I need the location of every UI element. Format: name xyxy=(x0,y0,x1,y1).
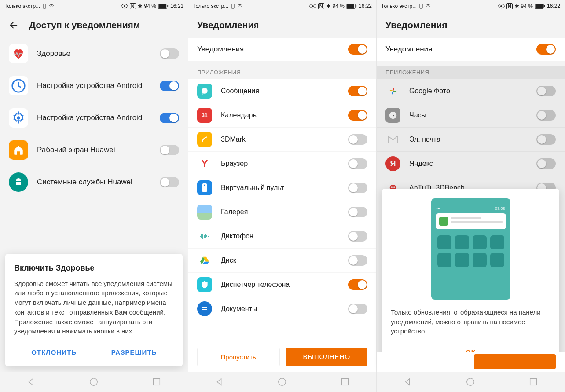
master-toggle-row[interactable]: Уведомления xyxy=(377,38,565,61)
carrier-label: Только экстр... xyxy=(193,3,228,9)
list-item[interactable]: Диск xyxy=(188,249,376,273)
list-item[interactable]: Настройка устройства Android xyxy=(0,70,188,102)
clock-label: 16:21 xyxy=(170,3,183,9)
nfc-icon: N xyxy=(318,3,324,9)
svg-rect-5 xyxy=(167,5,168,7)
list-item-label: Здоровье xyxy=(37,49,151,59)
list-item[interactable]: Документы xyxy=(188,297,376,321)
toggle[interactable] xyxy=(160,145,179,155)
status-bar: Только экстр... N ✱ 94 % 16:21 xyxy=(0,0,188,12)
dialog-title: Включить Здоровье xyxy=(14,264,174,273)
nav-recent-icon[interactable] xyxy=(152,377,161,387)
list-item-label: Настройка устройства Android xyxy=(37,113,151,123)
wifi-icon xyxy=(237,4,242,9)
sim-icon xyxy=(230,4,235,9)
battery-icon xyxy=(535,4,545,9)
list-item-label: Рабочий экран Huawei xyxy=(37,145,151,155)
svg-rect-31 xyxy=(535,4,543,8)
battery-icon xyxy=(346,4,357,9)
master-toggle-label: Уведомления xyxy=(385,44,528,54)
skip-button[interactable]: Пропустить xyxy=(197,348,280,366)
toggle[interactable] xyxy=(348,304,367,314)
toggle[interactable] xyxy=(160,81,179,91)
svg-rect-0 xyxy=(43,4,46,8)
list-item[interactable]: Рабочий экран Huawei xyxy=(0,134,188,166)
list-item-label: 3DMark xyxy=(221,135,339,144)
toggle[interactable] xyxy=(348,158,367,169)
accept-button[interactable]: РАЗРЕШИТЬ xyxy=(94,344,174,360)
toggle[interactable] xyxy=(348,110,367,121)
toggle[interactable] xyxy=(348,207,367,217)
nav-back-icon[interactable] xyxy=(26,377,36,387)
remote-icon xyxy=(197,180,212,195)
nav-recent-icon[interactable] xyxy=(528,377,538,387)
status-bar: Только экстр... N ✱ 94 % 16:22 xyxy=(377,0,565,12)
list-item[interactable]: 3DMark xyxy=(188,128,376,152)
list-item[interactable]: Диспетчер телефона xyxy=(188,273,376,297)
list-item-label: Браузер xyxy=(221,159,339,169)
toggle[interactable] xyxy=(160,177,179,187)
svg-rect-27 xyxy=(420,4,422,8)
header: Уведомления xyxy=(377,12,565,38)
toggle[interactable] xyxy=(348,86,367,96)
list-item[interactable]: Диктофон xyxy=(188,224,376,249)
nav-recent-icon[interactable] xyxy=(340,377,350,387)
decline-button[interactable]: ОТКЛОНИТЬ xyxy=(14,344,94,360)
nav-home-icon[interactable] xyxy=(277,377,287,387)
list-item-label: Настройка устройства Android xyxy=(37,81,151,91)
nav-back-icon[interactable] xyxy=(215,377,224,387)
list-item[interactable]: Системные службы Huawei xyxy=(0,166,188,198)
nav-back-icon[interactable] xyxy=(403,377,413,387)
svg-point-19 xyxy=(202,88,207,94)
svg-point-2 xyxy=(124,5,125,7)
browser-icon: Y xyxy=(197,156,212,171)
toggle[interactable] xyxy=(160,113,179,123)
svg-point-38 xyxy=(467,378,474,386)
gear-icon xyxy=(9,108,28,128)
svg-point-21 xyxy=(204,185,205,186)
documents-icon xyxy=(197,301,212,316)
svg-point-7 xyxy=(17,116,20,120)
toggle[interactable] xyxy=(160,48,179,59)
list-item[interactable]: Настройка устройства Android xyxy=(0,102,188,134)
bluetooth-icon: ✱ xyxy=(138,3,143,10)
nav-bar xyxy=(188,372,376,392)
page-title: Уведомления xyxy=(197,20,259,30)
home-icon xyxy=(9,140,28,160)
toggle[interactable] xyxy=(348,255,367,266)
status-bar: Только экстр... N ✱ 94 % 16:22 xyxy=(188,0,376,12)
svg-rect-24 xyxy=(202,311,205,311)
master-toggle-row[interactable]: Уведомления xyxy=(188,38,376,61)
list-item[interactable]: Сообщения xyxy=(188,79,376,103)
toggle[interactable] xyxy=(536,44,556,55)
toggle[interactable] xyxy=(348,134,367,145)
list-item[interactable]: Здоровье xyxy=(0,38,188,70)
battery-icon xyxy=(158,4,169,9)
nav-home-icon[interactable] xyxy=(466,377,475,387)
info-dialog: •••08:08 Только обновления, отображающие… xyxy=(382,189,559,366)
toggle[interactable] xyxy=(348,231,367,242)
toggle[interactable] xyxy=(348,183,367,193)
nav-bar xyxy=(0,372,188,392)
dialog-body: Здоровье сможет читать все уведомления с… xyxy=(14,279,174,337)
eye-icon xyxy=(121,4,128,9)
done-button[interactable]: ВЫПОЛНЕНО xyxy=(286,348,368,366)
bottom-bar-hidden xyxy=(377,352,565,372)
toggle[interactable] xyxy=(348,279,367,290)
list-item-label: Диктофон xyxy=(221,232,339,241)
toggle[interactable] xyxy=(348,44,367,55)
svg-rect-26 xyxy=(341,379,348,385)
clock-label: 16:22 xyxy=(359,3,372,9)
back-button[interactable] xyxy=(9,20,18,30)
calendar-icon: 31 xyxy=(197,108,212,123)
list-item[interactable]: Галерея xyxy=(188,200,376,224)
svg-rect-22 xyxy=(202,307,207,308)
list-item[interactable]: Виртуальный пульт xyxy=(188,176,376,200)
list-item[interactable]: 31 Календарь xyxy=(188,103,376,128)
android-setup-icon xyxy=(9,76,28,95)
svg-rect-32 xyxy=(544,5,545,7)
nav-home-icon[interactable] xyxy=(89,377,99,387)
list-item[interactable]: Y Браузер xyxy=(188,152,376,176)
done-button-hidden xyxy=(474,354,556,369)
bluetooth-icon: ✱ xyxy=(514,3,519,10)
